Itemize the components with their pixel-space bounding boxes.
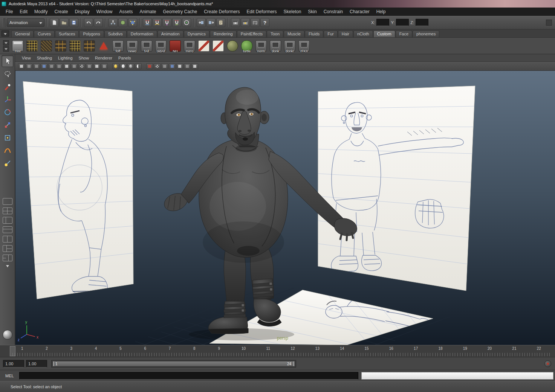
select-hierarchy-button[interactable]	[109, 18, 118, 27]
layout-single-pane-button[interactable]	[3, 198, 12, 205]
output-connections-button[interactable]	[206, 18, 216, 27]
menu-item[interactable]: Skeleton	[280, 8, 305, 16]
range-start-handle[interactable]	[53, 361, 55, 366]
range-track[interactable]: 1 24	[51, 360, 296, 368]
film-gate-icon[interactable]	[63, 63, 70, 69]
resolution-gate-icon[interactable]	[71, 63, 78, 69]
shelf-tab-curves[interactable]: Curves	[34, 31, 55, 37]
bookmark-icon[interactable]	[33, 63, 40, 69]
grid-toggle-icon[interactable]	[56, 63, 63, 69]
shelf-item-donk[interactable]: donk	[268, 38, 283, 53]
auto-keyframe-toggle[interactable]	[544, 360, 551, 367]
undo-button[interactable]	[84, 18, 93, 27]
status-separator[interactable]	[227, 18, 229, 27]
shelf-tab-subdivs[interactable]: Subdivs	[104, 31, 127, 37]
playback-start-field[interactable]	[3, 360, 24, 368]
shelf-item-sphere[interactable]	[225, 38, 240, 53]
mel-result-field[interactable]	[361, 372, 553, 380]
ui-toggle-button[interactable]	[546, 20, 552, 26]
menu-set-dropdown[interactable]: Animation	[7, 18, 44, 27]
last-tool-slot[interactable]	[2, 170, 14, 182]
image-plane-left[interactable]	[23, 81, 133, 299]
share-icon[interactable]	[191, 63, 198, 69]
viewport-canvas[interactable]: y x z persp	[15, 71, 555, 345]
menu-item[interactable]: Display	[71, 8, 93, 16]
shelf-item-poly-2[interactable]	[39, 38, 54, 53]
status-separator[interactable]	[193, 18, 195, 27]
panel-menu-item[interactable]: Panels	[115, 56, 134, 60]
menu-item[interactable]: Edit	[16, 8, 31, 16]
shelf-item-turtle[interactable]: turtle	[240, 38, 254, 53]
shelf-tab-deformation[interactable]: Deformation	[127, 31, 157, 37]
menu-item[interactable]: File	[2, 8, 16, 16]
menu-item[interactable]: Edit Deformers	[243, 8, 280, 16]
status-line-grip[interactable]	[3, 18, 5, 27]
shelf-item-brush-1[interactable]	[197, 38, 211, 53]
shelf-tab-dynamics[interactable]: Dynamics	[184, 31, 209, 37]
shelf-item-poly-3[interactable]	[54, 38, 68, 53]
shelf-tab-animation[interactable]: Animation	[157, 31, 183, 37]
soft-modification-tool[interactable]	[2, 145, 14, 157]
open-scene-button[interactable]	[60, 18, 69, 27]
shelf-item-poly-5[interactable]	[82, 38, 96, 53]
menu-item[interactable]: Modify	[31, 8, 51, 16]
menu-item[interactable]: Skin	[304, 8, 320, 16]
layout-outliner-persp-button[interactable]	[3, 255, 12, 261]
menu-item[interactable]: Create Deformers	[200, 8, 243, 16]
isolate-select-icon[interactable]	[146, 63, 153, 69]
shelf-tab-painteffects[interactable]: PaintEffects	[237, 31, 267, 37]
save-scene-button[interactable]	[69, 18, 78, 27]
shelf-item-rfkii[interactable]: rFKII	[297, 38, 311, 53]
rotate-tool[interactable]	[2, 106, 14, 118]
x-coordinate-input[interactable]	[376, 19, 389, 26]
shadows-icon[interactable]	[120, 63, 127, 69]
mel-input[interactable]	[19, 372, 358, 380]
shelf-item-norm[interactable]: norm	[254, 38, 268, 53]
select-camera-icon[interactable]	[18, 63, 25, 69]
range-bar[interactable]	[53, 361, 295, 366]
snap-to-points-button[interactable]	[162, 18, 171, 27]
snapshot-icon[interactable]	[184, 63, 191, 69]
panel-menu-item[interactable]: Lighting	[55, 56, 76, 60]
layout-stacked-button[interactable]	[3, 226, 12, 233]
panel-menu-item[interactable]: Shading	[34, 56, 55, 60]
menu-item[interactable]: Constrain	[320, 8, 346, 16]
shelf-tab-muscle[interactable]: Muscle	[284, 31, 304, 37]
image-plane-right[interactable]	[318, 86, 475, 291]
gate-mask-icon[interactable]	[78, 63, 85, 69]
select-object-button[interactable]	[118, 18, 127, 27]
help-button[interactable]: ?	[260, 18, 269, 27]
ipr-render-button[interactable]	[241, 18, 250, 27]
menu-item[interactable]: Geometry Cache	[160, 8, 201, 16]
new-scene-button[interactable]	[50, 18, 59, 27]
make-live-button[interactable]	[182, 18, 191, 27]
shelf-tab-toon[interactable]: Toon	[267, 31, 283, 37]
shelf-switch-button[interactable]	[3, 40, 9, 46]
shelf-tab-hair[interactable]: Hair	[338, 31, 353, 37]
universal-manipulator-tool[interactable]	[2, 132, 14, 144]
safe-action-icon[interactable]	[93, 63, 100, 69]
render-button[interactable]	[231, 18, 240, 27]
shelf-tab-rendering[interactable]: Rendering	[210, 31, 237, 37]
shelf-item-mirro[interactable]: mirro	[182, 38, 197, 53]
shelf-tab-face[interactable]: Face	[396, 31, 412, 37]
shelf-tab-fur[interactable]: Fur	[324, 31, 338, 37]
move-tool[interactable]	[2, 93, 14, 105]
shelf-item-fall[interactable]: fAll	[139, 38, 154, 53]
toolbox-sphere-icon[interactable]	[3, 330, 12, 340]
shelf-item-poly-4[interactable]	[68, 38, 82, 53]
menu-item[interactable]: Animate	[136, 8, 159, 16]
construction-history-button[interactable]	[216, 18, 225, 27]
paint-select-tool[interactable]	[2, 81, 14, 93]
scale-tool[interactable]	[2, 119, 14, 131]
viewport-3d-view[interactable]: y x z persp	[15, 71, 555, 345]
render-settings-button[interactable]	[251, 18, 260, 27]
range-end-handle[interactable]	[293, 361, 295, 366]
layout-four-pane-button[interactable]	[3, 207, 12, 214]
two-d-pan-zoom-icon[interactable]	[48, 63, 55, 69]
status-separator[interactable]	[104, 18, 107, 27]
snap-to-grids-button[interactable]	[143, 18, 152, 27]
snap-to-view-planes-button[interactable]	[172, 18, 181, 27]
shelf-tab-fluids[interactable]: Fluids	[305, 31, 323, 37]
use-all-lights-icon[interactable]	[112, 63, 119, 69]
